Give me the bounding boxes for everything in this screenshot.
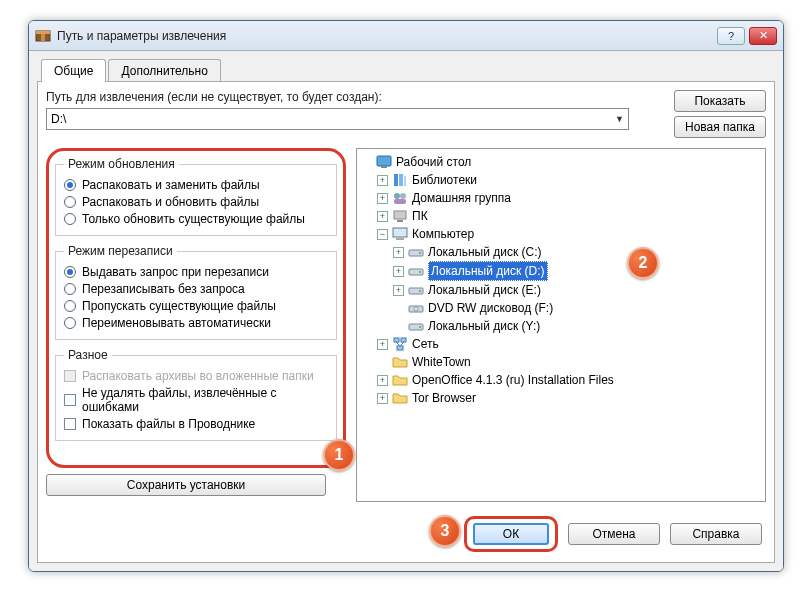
homegroup-icon (392, 190, 408, 206)
radio-update-only[interactable]: Только обновить существующие файлы (64, 212, 328, 226)
svg-rect-10 (394, 199, 406, 204)
close-button[interactable]: ✕ (749, 27, 777, 45)
radio-icon (64, 213, 76, 225)
window-title: Путь и параметры извлечения (57, 29, 717, 43)
radio-extract-update[interactable]: Распаковать и обновить файлы (64, 195, 328, 209)
tree-selected-label: Локальный диск (D:) (428, 261, 548, 281)
tree-disk-y[interactable]: Локальный диск (Y:) (361, 317, 761, 335)
group-misc: Разное Распаковать архивы во вложенные п… (55, 348, 337, 441)
path-input[interactable]: D:\ ▼ (46, 108, 629, 130)
libraries-icon (392, 172, 408, 188)
svg-rect-5 (394, 174, 398, 186)
tab-general[interactable]: Общие (41, 59, 106, 82)
tab-panel-general: Путь для извлечения (если не существует,… (37, 81, 775, 563)
drive-icon (408, 263, 424, 279)
legend-misc: Разное (64, 348, 112, 362)
group-overwrite-mode: Режим перезаписи Выдавать запрос при пер… (55, 244, 337, 340)
tree-disk-d[interactable]: +Локальный диск (D:) (361, 261, 761, 281)
svg-point-24 (419, 326, 421, 328)
tab-advanced[interactable]: Дополнительно (108, 59, 220, 82)
tree-dvd[interactable]: DVD RW дисковод (F:) (361, 299, 761, 317)
show-button[interactable]: Показать (674, 90, 766, 112)
svg-rect-26 (401, 338, 406, 342)
tree-homegroup[interactable]: +Домашняя группа (361, 189, 761, 207)
tree-tor[interactable]: +Tor Browser (361, 389, 761, 407)
options-column: Режим обновления Распаковать и заменить … (46, 148, 346, 508)
tree-computer[interactable]: −Компьютер (361, 225, 761, 243)
svg-line-28 (396, 342, 400, 346)
titlebar[interactable]: Путь и параметры извлечения ? ✕ (29, 21, 783, 51)
radio-ask-overwrite[interactable]: Выдавать запрос при перезаписи (64, 265, 328, 279)
group-update-mode: Режим обновления Распаковать и заменить … (55, 157, 337, 236)
help-button-bottom[interactable]: Справка (670, 523, 762, 545)
radio-icon (64, 266, 76, 278)
radio-icon (64, 196, 76, 208)
cancel-button[interactable]: Отмена (568, 523, 660, 545)
tree-desktop[interactable]: Рабочий стол (361, 153, 761, 171)
drive-icon (408, 318, 424, 334)
checkbox-icon (64, 418, 76, 430)
legend-update-mode: Режим обновления (64, 157, 179, 171)
tab-strip: Общие Дополнительно (37, 59, 775, 82)
svg-point-9 (400, 193, 406, 199)
annotation-badge-2: 2 (627, 247, 659, 279)
tree-pc[interactable]: +ПК (361, 207, 761, 225)
chk-extract-nested: Распаковать архивы во вложенные папки (64, 369, 328, 383)
legend-overwrite-mode: Режим перезаписи (64, 244, 177, 258)
chk-keep-broken[interactable]: Не удалять файлы, извлечённые с ошибками (64, 386, 328, 414)
svg-point-18 (419, 271, 421, 273)
drive-icon (408, 244, 424, 260)
radio-skip-existing[interactable]: Пропускать существующие файлы (64, 299, 328, 313)
tree-disk-e[interactable]: +Локальный диск (E:) (361, 281, 761, 299)
svg-rect-27 (397, 346, 403, 350)
pc-icon (392, 208, 408, 224)
svg-rect-14 (396, 238, 404, 240)
radio-icon (64, 317, 76, 329)
extraction-dialog: Путь и параметры извлечения ? ✕ Общие До… (28, 20, 784, 572)
client-area: Общие Дополнительно Путь для извлечения … (29, 51, 783, 571)
svg-rect-7 (404, 176, 406, 186)
dialog-buttons: 3 ОК Отмена Справка (46, 508, 766, 554)
radio-icon (64, 283, 76, 295)
tree-network[interactable]: +Сеть (361, 335, 761, 353)
ok-button[interactable]: ОК (473, 523, 549, 545)
annotation-badge-3: 3 (429, 515, 461, 547)
svg-rect-13 (393, 228, 407, 237)
app-icon (35, 28, 51, 44)
radio-icon (64, 300, 76, 312)
chk-show-explorer[interactable]: Показать файлы в Проводнике (64, 417, 328, 431)
folder-tree[interactable]: Рабочий стол +Библиотеки +Домашняя групп… (356, 148, 766, 502)
folder-icon (392, 354, 408, 370)
checkbox-icon (64, 394, 76, 406)
svg-point-22 (414, 307, 418, 311)
svg-rect-3 (377, 156, 391, 166)
ok-highlight-box: 3 ОК (464, 516, 558, 552)
path-label: Путь для извлечения (если не существует,… (46, 90, 666, 104)
tree-openoffice[interactable]: +OpenOffice 4.1.3 (ru) Installation File… (361, 371, 761, 389)
network-icon (392, 336, 408, 352)
dvd-icon (408, 300, 424, 316)
radio-rename-auto[interactable]: Переименовывать автоматически (64, 316, 328, 330)
radio-extract-replace[interactable]: Распаковать и заменить файлы (64, 178, 328, 192)
svg-point-16 (419, 252, 421, 254)
options-highlight-box: Режим обновления Распаковать и заменить … (46, 148, 346, 468)
svg-rect-2 (41, 34, 45, 41)
dropdown-icon[interactable]: ▼ (615, 114, 624, 124)
save-settings-button[interactable]: Сохранить установки (46, 474, 326, 496)
folder-icon (392, 390, 408, 406)
svg-rect-25 (394, 338, 399, 342)
radio-overwrite-noask[interactable]: Перезаписывать без запроса (64, 282, 328, 296)
svg-rect-6 (399, 174, 403, 186)
tree-libraries[interactable]: +Библиотеки (361, 171, 761, 189)
checkbox-icon (64, 370, 76, 382)
svg-point-8 (394, 193, 400, 199)
help-button[interactable]: ? (717, 27, 745, 45)
svg-rect-1 (36, 31, 50, 34)
tree-disk-c[interactable]: +Локальный диск (C:) (361, 243, 761, 261)
svg-rect-12 (397, 220, 403, 222)
desktop-icon (376, 154, 392, 170)
new-folder-button[interactable]: Новая папка (674, 116, 766, 138)
drive-icon (408, 282, 424, 298)
svg-rect-11 (394, 211, 406, 219)
tree-whitetown[interactable]: WhiteTown (361, 353, 761, 371)
